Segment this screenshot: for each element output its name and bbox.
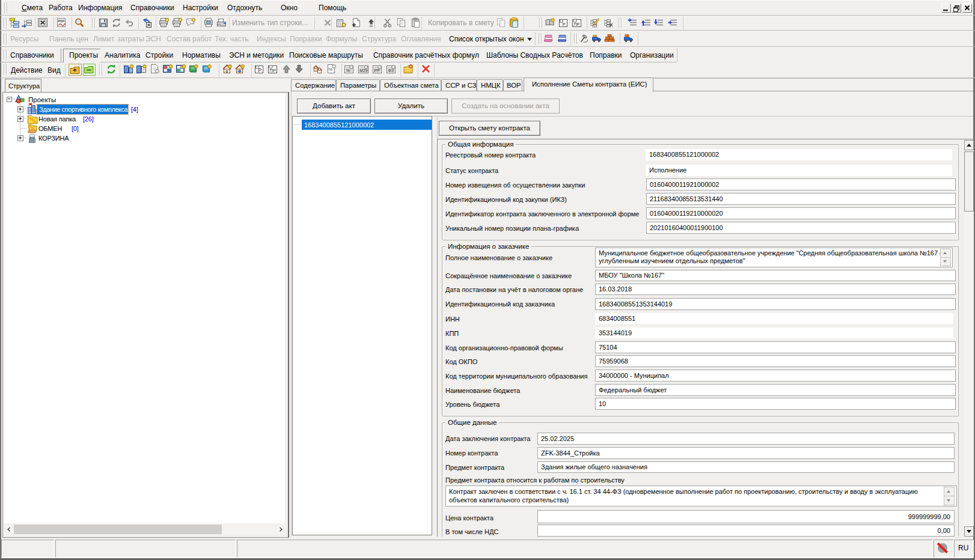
svg-text:%: % (329, 67, 332, 72)
svg-text:PDF: PDF (58, 19, 66, 23)
svg-text:%: % (346, 68, 350, 73)
